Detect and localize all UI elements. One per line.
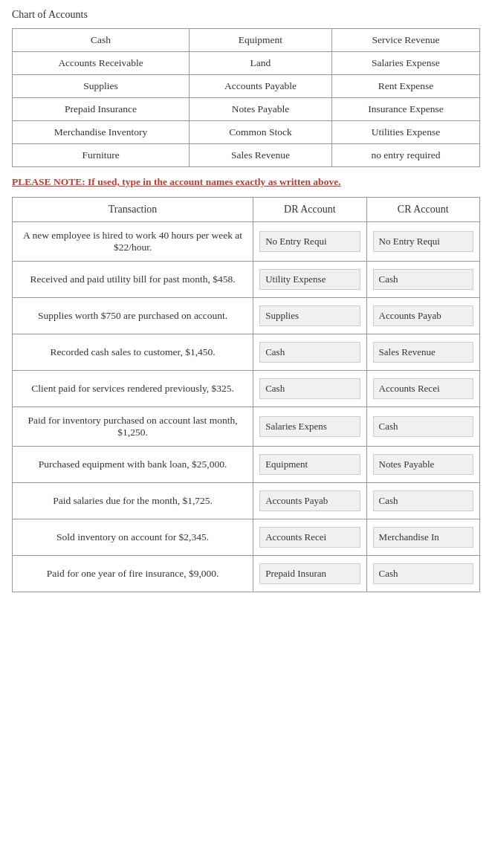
- coa-cell: Accounts Payable: [190, 75, 332, 98]
- col-header-transaction: Transaction: [13, 198, 253, 222]
- cr-account-input[interactable]: [373, 378, 473, 399]
- cr-account-cell[interactable]: [366, 334, 479, 371]
- dr-account-cell[interactable]: [253, 334, 366, 371]
- table-row: Paid for one year of fire insurance, $9,…: [13, 556, 480, 592]
- dr-account-input[interactable]: [259, 231, 360, 252]
- table-row: Client paid for services rendered previo…: [13, 371, 480, 407]
- dr-account-cell[interactable]: [253, 407, 366, 447]
- cr-account-cell[interactable]: [366, 298, 479, 334]
- transaction-text: Sold inventory on account for $2,345.: [13, 519, 253, 556]
- coa-cell: Service Revenue: [331, 29, 479, 52]
- cr-account-input[interactable]: [373, 563, 473, 584]
- cr-account-cell[interactable]: [366, 262, 479, 298]
- transaction-text: Supplies worth $750 are purchased on acc…: [13, 298, 253, 334]
- cr-account-input[interactable]: [373, 490, 473, 511]
- cr-account-cell[interactable]: [366, 407, 479, 447]
- transaction-text: A new employee is hired to work 40 hours…: [13, 222, 253, 262]
- dr-account-input[interactable]: [259, 563, 360, 584]
- chart-of-accounts-table: CashEquipmentService RevenueAccounts Rec…: [12, 28, 480, 167]
- coa-cell: Land: [190, 52, 332, 75]
- dr-account-cell[interactable]: [253, 222, 366, 262]
- dr-account-input[interactable]: [259, 342, 360, 363]
- coa-cell: Supplies: [13, 75, 190, 98]
- transaction-text: Paid salaries due for the month, $1,725.: [13, 483, 253, 519]
- dr-account-cell[interactable]: [253, 298, 366, 334]
- cr-account-input[interactable]: [373, 454, 473, 475]
- note-bold: PLEASE NOTE: [12, 176, 82, 187]
- dr-account-input[interactable]: [259, 269, 360, 290]
- transactions-table: Transaction DR Account CR Account A new …: [12, 197, 480, 592]
- transaction-text: Received and paid utility bill for past …: [13, 262, 253, 298]
- cr-account-input[interactable]: [373, 527, 473, 548]
- dr-account-cell[interactable]: [253, 447, 366, 483]
- coa-cell: Accounts Receivable: [13, 52, 190, 75]
- coa-cell: Cash: [13, 29, 190, 52]
- coa-cell: Utilities Expense: [331, 121, 479, 144]
- cr-account-input[interactable]: [373, 305, 473, 326]
- transaction-text: Recorded cash sales to customer, $1,450.: [13, 334, 253, 371]
- cr-account-input[interactable]: [373, 269, 473, 290]
- table-row: Paid salaries due for the month, $1,725.: [13, 483, 480, 519]
- coa-cell: Insurance Expense: [331, 98, 479, 121]
- col-header-cr: CR Account: [366, 198, 479, 222]
- table-row: A new employee is hired to work 40 hours…: [13, 222, 480, 262]
- dr-account-input[interactable]: [259, 527, 360, 548]
- cr-account-cell[interactable]: [366, 519, 479, 556]
- transaction-text: Client paid for services rendered previo…: [13, 371, 253, 407]
- coa-cell: Notes Payable: [190, 98, 332, 121]
- coa-cell: Common Stock: [190, 121, 332, 144]
- cr-account-cell[interactable]: [366, 222, 479, 262]
- col-header-dr: DR Account: [253, 198, 366, 222]
- table-row: Paid for inventory purchased on account …: [13, 407, 480, 447]
- cr-account-input[interactable]: [373, 342, 473, 363]
- dr-account-input[interactable]: [259, 490, 360, 511]
- table-row: Received and paid utility bill for past …: [13, 262, 480, 298]
- dr-account-input[interactable]: [259, 454, 360, 475]
- dr-account-input[interactable]: [259, 378, 360, 399]
- table-row: Supplies worth $750 are purchased on acc…: [13, 298, 480, 334]
- table-row: Purchased equipment with bank loan, $25,…: [13, 447, 480, 483]
- dr-account-cell[interactable]: [253, 262, 366, 298]
- cr-account-cell[interactable]: [366, 483, 479, 519]
- cr-account-cell[interactable]: [366, 371, 479, 407]
- cr-account-cell[interactable]: [366, 447, 479, 483]
- dr-account-cell[interactable]: [253, 556, 366, 592]
- cr-account-input[interactable]: [373, 231, 473, 252]
- coa-cell: Equipment: [190, 29, 332, 52]
- coa-cell: Merchandise Inventory: [13, 121, 190, 144]
- table-row: Recorded cash sales to customer, $1,450.: [13, 334, 480, 371]
- please-note: PLEASE NOTE: If used, type in the accoun…: [12, 176, 480, 188]
- coa-cell: Sales Revenue: [190, 144, 332, 167]
- coa-cell: Salaries Expense: [331, 52, 479, 75]
- transaction-text: Paid for one year of fire insurance, $9,…: [13, 556, 253, 592]
- dr-account-cell[interactable]: [253, 519, 366, 556]
- note-rest: : If used, type in the account names exa…: [82, 176, 340, 187]
- cr-account-input[interactable]: [373, 416, 473, 437]
- coa-cell: Rent Expense: [331, 75, 479, 98]
- table-row: Sold inventory on account for $2,345.: [13, 519, 480, 556]
- dr-account-cell[interactable]: [253, 371, 366, 407]
- dr-account-input[interactable]: [259, 305, 360, 326]
- cr-account-cell[interactable]: [366, 556, 479, 592]
- transaction-text: Paid for inventory purchased on account …: [13, 407, 253, 447]
- dr-account-cell[interactable]: [253, 483, 366, 519]
- dr-account-input[interactable]: [259, 416, 360, 437]
- transaction-text: Purchased equipment with bank loan, $25,…: [13, 447, 253, 483]
- coa-cell: no entry required: [331, 144, 479, 167]
- coa-cell: Furniture: [13, 144, 190, 167]
- coa-cell: Prepaid Insurance: [13, 98, 190, 121]
- page-title: Chart of Accounts: [12, 9, 480, 21]
